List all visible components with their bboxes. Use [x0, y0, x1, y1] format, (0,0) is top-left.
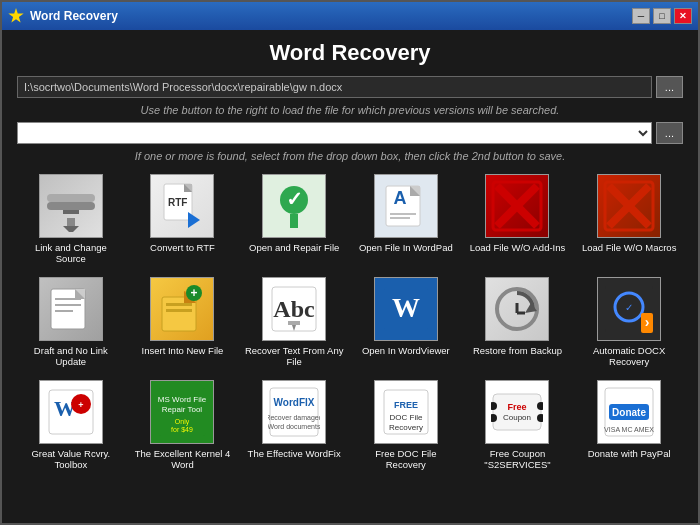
svg-text:Donate: Donate: [612, 407, 646, 418]
icon-open-repair-label: Open and Repair File: [249, 242, 339, 253]
icon-recover-text-image: Abc: [262, 277, 326, 341]
svg-rect-33: [166, 303, 192, 306]
svg-text:Coupon: Coupon: [503, 413, 531, 422]
icon-open-repair[interactable]: ✓ Open and Repair File: [240, 170, 348, 269]
main-window: Word Recovery ─ □ ✕ Word Recovery ... Us…: [0, 0, 700, 525]
icon-open-wordviewer[interactable]: W Open In WordViewer: [352, 273, 460, 372]
icon-insert-new-file[interactable]: + Insert Into New File: [129, 273, 237, 372]
svg-text:Only: Only: [175, 418, 190, 426]
icon-link-change-source-image: [39, 174, 103, 238]
icon-recover-text[interactable]: Abc Recover Text From Any File: [240, 273, 348, 372]
icon-load-wo-addins[interactable]: Load File W/O Add-Ins: [464, 170, 572, 269]
icon-open-wordpad[interactable]: A Open File In WordPad: [352, 170, 460, 269]
icon-restore-backup[interactable]: Restore from Backup: [464, 273, 572, 372]
app-icon: [8, 8, 24, 24]
icons-grid: Link and Change Source RTF Convert to RT…: [17, 170, 683, 474]
icon-great-value[interactable]: W + Great Value Rcvry. Toolbox: [17, 376, 125, 475]
no-addins-icon-svg: [491, 180, 543, 232]
icon-convert-rtf[interactable]: RTF Convert to RTF: [129, 170, 237, 269]
titlebar-title: Word Recovery: [30, 9, 118, 23]
svg-marker-3: [63, 226, 79, 232]
svg-rect-11: [290, 214, 298, 228]
file-path-input[interactable]: [17, 76, 652, 98]
svg-text:RTF: RTF: [168, 197, 187, 208]
page-title: Word Recovery: [17, 40, 683, 66]
recover-text-icon-svg: Abc: [268, 283, 320, 335]
svg-text:Recover damaged: Recover damaged: [268, 414, 320, 422]
svg-rect-34: [166, 309, 192, 312]
icon-great-value-label: Great Value Rcvry. Toolbox: [19, 448, 123, 471]
svg-rect-0: [47, 202, 95, 210]
icon-free-coupon-image: Free Coupon: [485, 380, 549, 444]
icon-auto-docx-label: Automatic DOCX Recovery: [577, 345, 681, 368]
titlebar-controls: ─ □ ✕: [632, 8, 692, 24]
icon-effective-wordfix[interactable]: WordFIX Recover damaged Word documents T…: [240, 376, 348, 475]
icon-load-wo-macros-label: Load File W/O Macros: [582, 242, 677, 253]
free-doc-icon-svg: FREE DOC File Recovery: [380, 386, 432, 438]
icon-load-wo-macros-image: [597, 174, 661, 238]
file-path-row: ...: [17, 76, 683, 98]
donate-icon-svg: Donate VISA MC AMEX: [603, 386, 655, 438]
draft-icon-svg: [45, 283, 97, 335]
svg-text:Repair Tool: Repair Tool: [162, 405, 203, 414]
icon-insert-new-file-image: +: [150, 277, 214, 341]
svg-text:WordFIX: WordFIX: [274, 397, 315, 408]
icon-donate-paypal-image: Donate VISA MC AMEX: [597, 380, 661, 444]
svg-text:Abc: Abc: [273, 296, 315, 322]
icon-open-wordviewer-label: Open In WordViewer: [362, 345, 450, 356]
icon-free-doc-recovery[interactable]: FREE DOC File Recovery Free DOC File Rec…: [352, 376, 460, 475]
icon-draft-no-link[interactable]: Draft and No Link Update: [17, 273, 125, 372]
icon-great-value-image: W +: [39, 380, 103, 444]
svg-text:FREE: FREE: [394, 400, 418, 410]
dropdown-row: ...: [17, 122, 683, 144]
icon-open-wordpad-label: Open File In WordPad: [359, 242, 453, 253]
browse-button-2[interactable]: ...: [656, 122, 683, 144]
browse-button-1[interactable]: ...: [656, 76, 683, 98]
svg-text:Free: Free: [508, 402, 527, 412]
icon-effective-wordfix-label: The Effective WordFix: [248, 448, 341, 459]
icon-recover-text-label: Recover Text From Any File: [242, 345, 346, 368]
icon-donate-paypal[interactable]: Donate VISA MC AMEX Donate with PayPal: [575, 376, 683, 475]
icon-free-doc-recovery-image: FREE DOC File Recovery: [374, 380, 438, 444]
titlebar: Word Recovery ─ □ ✕: [2, 2, 698, 30]
app-content: Word Recovery ... Use the button to the …: [2, 30, 698, 523]
svg-text:MS Word File: MS Word File: [158, 395, 207, 404]
repair-icon-svg: ✓: [268, 180, 320, 232]
insert-icon-svg: +: [156, 283, 208, 335]
no-macros-icon-svg: [603, 180, 655, 232]
icon-auto-docx[interactable]: ✓ › Automatic DOCX Recovery: [575, 273, 683, 372]
close-button[interactable]: ✕: [674, 8, 692, 24]
svg-text:✓: ✓: [625, 302, 633, 313]
wordfix-icon-svg: WordFIX Recover damaged Word documents: [268, 386, 320, 438]
icon-free-coupon-label: Free Coupon "S2SERVICES": [466, 448, 570, 471]
icon-excellent-kernel-image: MS Word File Repair Tool Only for $49: [150, 380, 214, 444]
svg-text:›: ›: [645, 314, 650, 330]
icon-link-change-source-label: Link and Change Source: [19, 242, 123, 265]
svg-text:Word documents: Word documents: [268, 423, 320, 430]
icon-excellent-kernel[interactable]: MS Word File Repair Tool Only for $49 Th…: [129, 376, 237, 475]
svg-rect-68: [493, 394, 541, 430]
icon-link-change-source[interactable]: Link and Change Source: [17, 170, 125, 269]
icon-insert-new-file-label: Insert Into New File: [142, 345, 224, 356]
wordpad-icon-svg: A: [380, 180, 432, 232]
icon-auto-docx-image: ✓ ›: [597, 277, 661, 341]
link-icon-svg: [45, 180, 97, 232]
titlebar-left: Word Recovery: [8, 8, 118, 24]
svg-text:+: +: [191, 286, 198, 300]
svg-text:A: A: [393, 188, 406, 208]
svg-text:DOC File: DOC File: [389, 413, 422, 422]
svg-text:VISA MC AMEX: VISA MC AMEX: [604, 426, 654, 433]
minimize-button[interactable]: ─: [632, 8, 650, 24]
svg-text:for $49: for $49: [172, 426, 194, 433]
icon-draft-no-link-image: [39, 277, 103, 341]
hint-text-1: Use the button to the right to load the …: [17, 104, 683, 116]
icon-free-coupon[interactable]: Free Coupon Free Coupon "S2SERVICES": [464, 376, 572, 475]
svg-rect-1: [47, 194, 95, 202]
icon-free-doc-recovery-label: Free DOC File Recovery: [354, 448, 458, 471]
icon-convert-rtf-label: Convert to RTF: [150, 242, 215, 253]
maximize-button[interactable]: □: [653, 8, 671, 24]
version-dropdown[interactable]: [17, 122, 652, 144]
icon-load-wo-addins-image: [485, 174, 549, 238]
icon-draft-no-link-label: Draft and No Link Update: [19, 345, 123, 368]
icon-load-wo-macros[interactable]: Load File W/O Macros: [575, 170, 683, 269]
